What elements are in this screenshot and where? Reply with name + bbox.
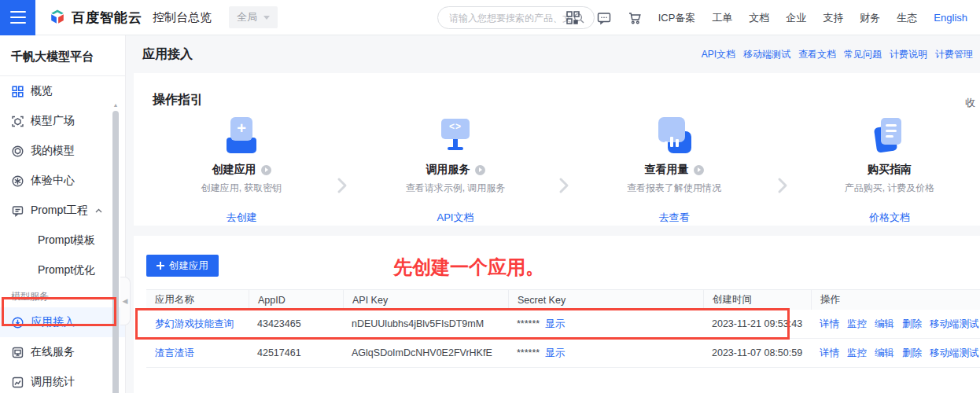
message-icon[interactable] xyxy=(597,11,611,25)
sidebar-item-my-models[interactable]: 我的模型 xyxy=(0,136,125,166)
link-billing-manage[interactable]: 计费管理 xyxy=(935,48,973,61)
action-edit[interactable]: 编辑 xyxy=(875,318,894,331)
sidebar-section-model-service: 模型服务 xyxy=(0,285,125,307)
topbar-link-finance[interactable]: 财务 xyxy=(860,11,880,25)
call-service-icon: <> xyxy=(437,116,474,153)
topbar-link-docs[interactable]: 文档 xyxy=(749,11,769,25)
hamburger-menu-icon[interactable] xyxy=(0,0,35,35)
show-secret-link[interactable]: 显示 xyxy=(545,318,565,331)
grid-icon xyxy=(11,85,24,97)
sidebar-item-model-plaza[interactable]: 模型广场 xyxy=(0,106,125,136)
sidebar-item-label: 概览 xyxy=(31,84,53,98)
apps-grid-icon[interactable] xyxy=(566,11,580,25)
scrollbar-up-arrow[interactable]: ▲ xyxy=(112,102,119,108)
sidebar-item-call-stats[interactable]: 调用统计 xyxy=(0,367,125,393)
step-desc: 查看报表了解使用情况 xyxy=(588,182,761,195)
guide-step-purchase-guide: 购买指南 产品购买, 计费及价格 价格文档 xyxy=(803,73,976,225)
table-header-row: 应用名称 AppID API Key Secret Key 创建时间 操作 xyxy=(146,289,980,310)
sidebar: 千帆大模型平台 概览 模型广场 xyxy=(0,35,126,393)
page-header-links: API文档 移动端测试 查看文档 常见问题 计费说明 计费管理 xyxy=(702,35,973,73)
sidebar-item-prompt-optimize[interactable]: Prompt优化 xyxy=(0,255,125,285)
prompt-engineering-icon xyxy=(11,204,24,217)
plus-icon xyxy=(157,262,164,270)
action-mobile-test[interactable]: 移动端测试 xyxy=(930,347,979,360)
brand-logo[interactable]: 百度智能云 xyxy=(49,9,142,27)
operation-guide-card: 操作指引 收 + 创建应用 创建应用, 获取密钥 去创建 xyxy=(134,73,980,226)
action-delete[interactable]: 删除 xyxy=(902,347,922,360)
topbar-link-enterprise[interactable]: 企业 xyxy=(786,11,806,25)
action-mobile-test[interactable]: 移动端测试 xyxy=(930,318,979,331)
app-list-card: 创建应用 先创建一个应用。 应用名称 AppID API Key Secret … xyxy=(134,236,980,393)
step-title: 创建应用 xyxy=(212,163,256,177)
created-time: 2023-11-07 08:50:59 xyxy=(703,347,811,358)
link-billing-info[interactable]: 计费说明 xyxy=(890,48,927,61)
sidebar-item-label: Prompt模板 xyxy=(38,233,95,248)
step-desc: 查看请求示例, 调用服务 xyxy=(369,182,542,195)
page-header: 应用接入 API文档 移动端测试 查看文档 常见问题 计费说明 计费管理 xyxy=(126,35,980,73)
sidebar-item-label: Prompt工程 xyxy=(31,204,88,218)
apps-table: 应用名称 AppID API Key Secret Key 创建时间 操作 梦幻… xyxy=(146,289,980,368)
col-actions: 操作 xyxy=(811,290,980,310)
step-link-price-doc[interactable]: 价格文档 xyxy=(803,211,976,225)
sidebar-item-label: 模型广场 xyxy=(31,114,75,128)
create-app-button[interactable]: 创建应用 xyxy=(146,255,219,277)
link-mobile-test[interactable]: 移动端测试 xyxy=(743,48,790,61)
search-input[interactable] xyxy=(449,13,572,24)
view-usage-icon xyxy=(655,116,693,153)
action-detail[interactable]: 详情 xyxy=(820,347,839,360)
col-app-name: 应用名称 xyxy=(146,290,249,310)
play-video-icon[interactable] xyxy=(261,165,271,175)
topbar-link-support[interactable]: 支持 xyxy=(823,11,843,25)
language-switch[interactable]: English xyxy=(934,12,967,24)
link-view-docs[interactable]: 查看文档 xyxy=(798,48,836,61)
red-annotation-text: 先创建一个应用。 xyxy=(393,255,544,280)
step-link-api-doc[interactable]: API文档 xyxy=(369,211,542,225)
online-service-icon xyxy=(11,346,24,358)
step-desc: 产品购买, 计费及价格 xyxy=(803,182,976,195)
step-link-view[interactable]: 去查看 xyxy=(588,211,761,225)
topbar-link-ecosystem[interactable]: 生态 xyxy=(897,11,917,25)
step-link-create[interactable]: 去创建 xyxy=(155,211,328,225)
link-api-doc[interactable]: API文档 xyxy=(702,48,735,61)
app-name-link[interactable]: 渣言渣语 xyxy=(155,347,194,358)
chevron-up-icon[interactable] xyxy=(95,208,101,214)
console-overview-link[interactable]: 控制台总览 xyxy=(153,10,212,25)
link-faq[interactable]: 常见问题 xyxy=(844,48,882,61)
play-video-icon[interactable] xyxy=(694,165,704,175)
topbar-link-tickets[interactable]: 工单 xyxy=(712,11,732,25)
baidu-cloud-console: 百度智能云 控制台总览 全局 xyxy=(0,0,980,393)
purchase-guide-icon xyxy=(871,116,908,153)
action-edit[interactable]: 编辑 xyxy=(875,347,894,360)
sidebar-item-label: 应用接入 xyxy=(31,315,75,329)
sidebar-item-experience-center[interactable]: 体验中心 xyxy=(0,166,125,196)
action-monitor[interactable]: 监控 xyxy=(847,318,867,331)
platform-title: 千帆大模型平台 xyxy=(0,35,125,75)
sidebar-collapse-handle[interactable]: ◀ xyxy=(120,277,131,325)
cart-icon[interactable] xyxy=(628,11,642,25)
col-appid: AppID xyxy=(249,290,343,310)
sidebar-item-online-service[interactable]: 在线服务 xyxy=(0,337,125,367)
app-name-link[interactable]: 梦幻游戏技能查询 xyxy=(155,318,234,329)
play-video-icon[interactable] xyxy=(475,165,485,175)
show-secret-link[interactable]: 显示 xyxy=(545,347,565,360)
sidebar-scrollbar[interactable] xyxy=(112,111,119,393)
sidebar-item-label: 在线服务 xyxy=(31,345,75,359)
action-detail[interactable]: 详情 xyxy=(820,318,839,331)
sidebar-item-app-access[interactable]: 应用接入 xyxy=(0,307,125,337)
guide-step-view-usage: 查看用量 查看报表了解使用情况 去查看 xyxy=(588,73,761,225)
sidebar-item-overview[interactable]: 概览 xyxy=(0,76,125,106)
call-stats-icon xyxy=(11,376,24,388)
chevron-down-icon xyxy=(263,16,270,20)
create-app-button-label: 创建应用 xyxy=(169,259,208,273)
col-api-key: API Key xyxy=(343,290,508,310)
page-title: 应用接入 xyxy=(142,46,193,63)
sidebar-item-prompt-engineering[interactable]: Prompt工程 xyxy=(0,196,125,226)
action-delete[interactable]: 删除 xyxy=(902,318,922,331)
topbar-link-icp[interactable]: ICP备案 xyxy=(658,11,696,25)
region-value: 全局 xyxy=(237,10,257,24)
col-secret-key: Secret Key xyxy=(508,290,703,310)
sidebar-item-prompt-template[interactable]: Prompt模板 xyxy=(0,226,125,255)
action-monitor[interactable]: 监控 xyxy=(847,347,867,360)
region-selector[interactable]: 全局 xyxy=(229,6,278,28)
api-key: AGlqSDoImDcNHV0E2FVrHKfE xyxy=(343,347,508,358)
